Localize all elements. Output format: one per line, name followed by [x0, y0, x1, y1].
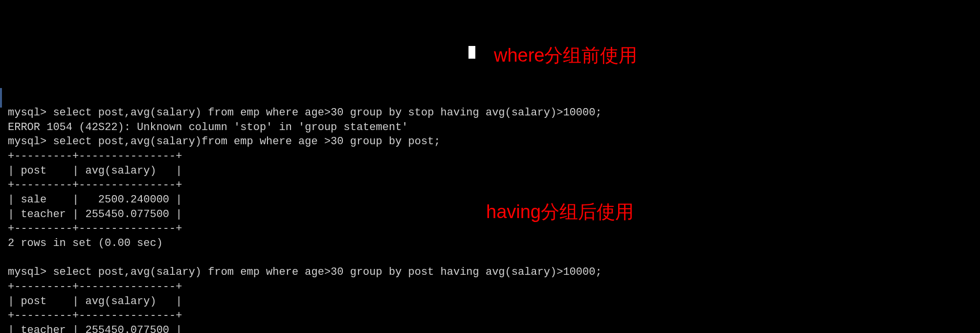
sql-query-1: mysql> select post,avg(salary) from emp … — [8, 107, 602, 119]
table1-header: | post | avg(salary) | — [8, 165, 182, 177]
table1-border-bottom: +---------+---------------+ — [8, 222, 182, 235]
text-cursor — [468, 46, 475, 59]
sql-query-2: mysql> select post,avg(salary)from emp w… — [8, 135, 441, 148]
annotation-having: having分组后使用 — [486, 200, 634, 224]
table2-row-teacher: | teacher | 255450.077500 | — [8, 324, 182, 333]
error-message: ERROR 1054 (42S22): Unknown column 'stop… — [8, 121, 408, 133]
table2-border-top: +---------+---------------+ — [8, 281, 182, 293]
table1-border-mid: +---------+---------------+ — [8, 179, 182, 191]
left-selection-border — [0, 88, 2, 108]
annotation-where: where分组前使用 — [494, 43, 638, 68]
sql-query-3: mysql> select post,avg(salary) from emp … — [8, 266, 602, 278]
table1-border-top: +---------+---------------+ — [8, 150, 182, 162]
table1-result-summary: 2 rows in set (0.00 sec) — [8, 237, 163, 249]
table1-row-teacher: | teacher | 255450.077500 | — [8, 208, 182, 221]
table2-border-mid: +---------+---------------+ — [8, 310, 182, 322]
table2-header: | post | avg(salary) | — [8, 295, 182, 308]
table1-row-sale: | sale | 2500.240000 | — [8, 194, 182, 206]
